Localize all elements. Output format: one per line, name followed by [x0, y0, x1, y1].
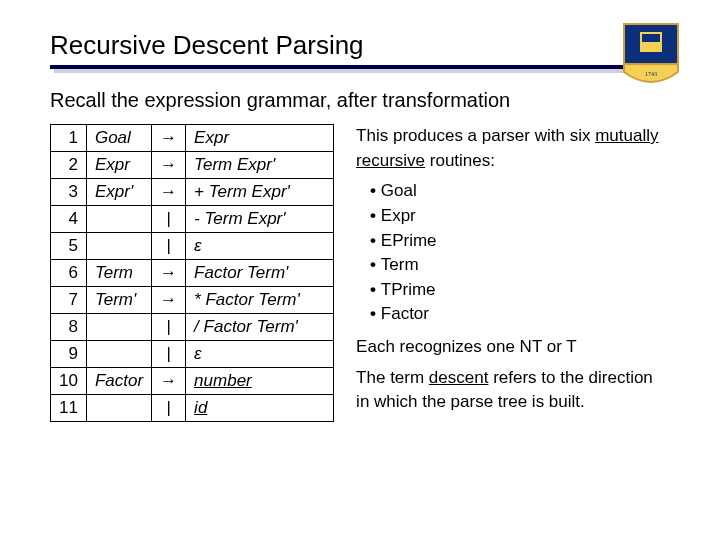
- rule-arrow: →: [152, 152, 186, 179]
- grammar-row: 9|ε: [51, 341, 334, 368]
- rule-rhs: Factor Term': [186, 260, 334, 287]
- rule-rhs: number: [186, 368, 334, 395]
- page-title: Recursive Descent Parsing: [50, 30, 670, 65]
- grammar-table: 1Goal→Expr2Expr→Term Expr'3Expr'→+ Term …: [50, 124, 334, 422]
- title-rule-shadow: [54, 69, 674, 73]
- subtitle: Recall the expression grammar, after tra…: [50, 89, 670, 112]
- rule-arrow: |: [152, 206, 186, 233]
- rule-arrow: →: [152, 179, 186, 206]
- rule-lhs: Term': [86, 287, 151, 314]
- grammar-row: 11|id: [51, 395, 334, 422]
- notes-line-3: The term descent refers to the direction…: [356, 366, 670, 415]
- rule-rhs: ε: [186, 233, 334, 260]
- rule-number: 2: [51, 152, 87, 179]
- rule-number: 7: [51, 287, 87, 314]
- rule-lhs: [86, 341, 151, 368]
- rule-number: 6: [51, 260, 87, 287]
- rule-lhs: Term: [86, 260, 151, 287]
- rule-number: 5: [51, 233, 87, 260]
- rule-lhs: [86, 233, 151, 260]
- grammar-row: 2Expr→Term Expr': [51, 152, 334, 179]
- rule-arrow: |: [152, 314, 186, 341]
- notes-intro: This produces a parser with six mutually…: [356, 124, 670, 173]
- rule-rhs: - Term Expr': [186, 206, 334, 233]
- grammar-row: 1Goal→Expr: [51, 125, 334, 152]
- grammar-row: 4|- Term Expr': [51, 206, 334, 233]
- grammar-row: 10Factor→number: [51, 368, 334, 395]
- grammar-row: 8|/ Factor Term': [51, 314, 334, 341]
- grammar-row: 5|ε: [51, 233, 334, 260]
- rule-number: 8: [51, 314, 87, 341]
- header: Recursive Descent Parsing 1743: [50, 30, 670, 73]
- rule-arrow: |: [152, 341, 186, 368]
- rule-rhs: Term Expr': [186, 152, 334, 179]
- svg-text:1743: 1743: [645, 71, 657, 77]
- rule-arrow: |: [152, 233, 186, 260]
- content-area: 1Goal→Expr2Expr→Term Expr'3Expr'→+ Term …: [50, 124, 670, 422]
- routine-item: Goal: [370, 179, 670, 204]
- notes-line3-a: The term: [356, 368, 429, 387]
- rule-lhs: Expr: [86, 152, 151, 179]
- grammar-row: 3Expr'→+ Term Expr': [51, 179, 334, 206]
- notes-column: This produces a parser with six mutually…: [356, 124, 670, 422]
- rule-rhs: ε: [186, 341, 334, 368]
- rule-lhs: [86, 314, 151, 341]
- rule-rhs: Expr: [186, 125, 334, 152]
- rule-number: 9: [51, 341, 87, 368]
- rule-number: 4: [51, 206, 87, 233]
- notes-intro-a: This produces a parser with six: [356, 126, 595, 145]
- rule-rhs: * Factor Term': [186, 287, 334, 314]
- svg-rect-2: [642, 34, 660, 42]
- routines-list: GoalExprEPrimeTermTPrimeFactor: [356, 179, 670, 327]
- rule-rhs: / Factor Term': [186, 314, 334, 341]
- rule-rhs: + Term Expr': [186, 179, 334, 206]
- rule-lhs: Goal: [86, 125, 151, 152]
- rule-arrow: →: [152, 260, 186, 287]
- rule-lhs: Expr': [86, 179, 151, 206]
- routine-item: Expr: [370, 204, 670, 229]
- routine-item: TPrime: [370, 278, 670, 303]
- notes-intro-c: routines:: [425, 151, 495, 170]
- rule-rhs: id: [186, 395, 334, 422]
- routine-item: EPrime: [370, 229, 670, 254]
- rule-arrow: →: [152, 287, 186, 314]
- rule-number: 3: [51, 179, 87, 206]
- rule-lhs: [86, 206, 151, 233]
- rule-lhs: [86, 395, 151, 422]
- rule-arrow: →: [152, 125, 186, 152]
- university-logo-icon: 1743: [622, 22, 680, 88]
- grammar-row: 7Term'→* Factor Term': [51, 287, 334, 314]
- routine-item: Term: [370, 253, 670, 278]
- notes-line3-b: descent: [429, 368, 489, 387]
- rule-arrow: |: [152, 395, 186, 422]
- rule-arrow: →: [152, 368, 186, 395]
- rule-number: 1: [51, 125, 87, 152]
- rule-number: 11: [51, 395, 87, 422]
- routine-item: Factor: [370, 302, 670, 327]
- rule-lhs: Factor: [86, 368, 151, 395]
- grammar-row: 6Term→Factor Term': [51, 260, 334, 287]
- rule-number: 10: [51, 368, 87, 395]
- notes-line-2: Each recognizes one NT or T: [356, 335, 670, 360]
